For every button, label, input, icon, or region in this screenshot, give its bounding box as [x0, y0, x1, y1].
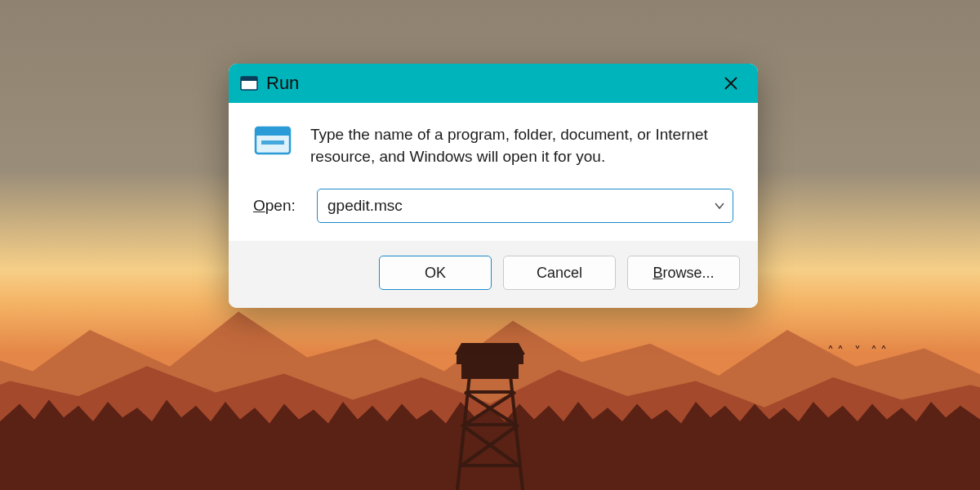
wallpaper-birds: ˄˄ ˅ ˄˄ [827, 344, 890, 359]
wallpaper-watchtower [437, 327, 543, 490]
open-input[interactable] [317, 189, 733, 223]
svg-marker-11 [455, 343, 525, 354]
svg-rect-13 [241, 77, 257, 81]
svg-rect-18 [261, 140, 284, 145]
browse-button[interactable]: Browse... [627, 256, 740, 290]
open-label: Open: [253, 197, 302, 215]
titlebar[interactable]: Run [229, 64, 758, 103]
close-button[interactable] [715, 68, 746, 99]
open-combobox[interactable] [317, 189, 733, 223]
dialog-description: Type the name of a program, folder, docu… [310, 124, 733, 167]
svg-rect-17 [256, 127, 290, 136]
dialog-title: Run [266, 73, 299, 94]
run-dialog: Run Type the name of a program, folder, … [229, 64, 758, 308]
dialog-footer: OK Cancel Browse... [229, 241, 758, 308]
run-program-icon [253, 124, 292, 157]
cancel-button[interactable]: Cancel [503, 256, 616, 290]
close-icon [724, 76, 738, 91]
ok-button[interactable]: OK [379, 256, 492, 290]
dialog-body: Type the name of a program, folder, docu… [229, 103, 758, 241]
run-titlebar-icon [240, 76, 258, 91]
svg-rect-10 [457, 354, 523, 364]
